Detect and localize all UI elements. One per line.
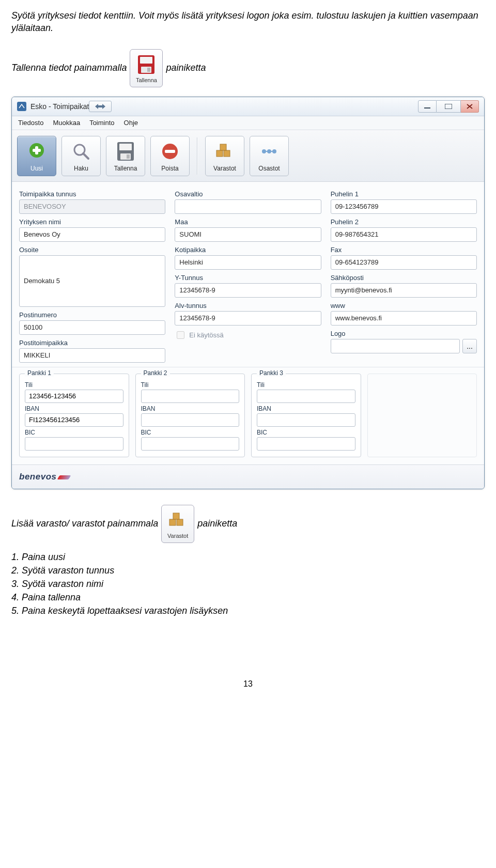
yrityksen-nimi-label: Yrityksen nimi	[19, 218, 165, 226]
haku-button[interactable]: Haku	[61, 136, 101, 176]
svg-rect-19	[224, 150, 230, 157]
step-5: 5. Paina keskeytä lopettaaksesi varastoj…	[11, 604, 485, 617]
p1-tili-input[interactable]	[25, 390, 123, 403]
maa-input[interactable]	[175, 227, 321, 242]
window-title: Esko - Toimipaikat	[30, 102, 89, 111]
postitoimipaikka-label: Postitoimipaikka	[19, 339, 165, 347]
menu-muokkaa[interactable]: Muokkaa	[53, 119, 80, 127]
sahkoposti-input[interactable]	[331, 283, 477, 298]
menu-tiedosto[interactable]: Tiedosto	[18, 119, 43, 127]
save-instruction-pre: Tallenna tiedot painammalla	[11, 63, 127, 73]
kotipaikka-input[interactable]	[175, 255, 321, 270]
svg-rect-20	[220, 144, 226, 150]
eikaytossa-label: Ei käytössä	[189, 331, 223, 339]
postinumero-input[interactable]	[19, 320, 165, 335]
svg-rect-4	[17, 102, 26, 111]
pankki1-legend: Pankki 1	[25, 369, 54, 377]
svg-rect-17	[165, 150, 175, 153]
osastot-label: Osastot	[258, 165, 280, 172]
postitoimipaikka-input[interactable]	[19, 348, 165, 363]
p2-tili-input[interactable]	[141, 390, 240, 403]
www-input[interactable]	[331, 311, 477, 326]
menu-ohje[interactable]: Ohje	[124, 119, 138, 127]
logo-field: Logo ...	[331, 330, 477, 353]
osavaltio-input[interactable]	[175, 199, 321, 214]
fax-label: Fax	[331, 246, 477, 254]
p1-iban-input[interactable]	[25, 413, 123, 427]
osavaltio-label: Osavaltio	[175, 190, 321, 198]
status-bar: benevos	[12, 464, 484, 489]
svg-rect-25	[169, 519, 176, 525]
toolbar-divider	[197, 137, 198, 175]
alvtunnus-label: Alv-tunnus	[175, 302, 321, 309]
www-field: www	[331, 302, 477, 326]
titlebar[interactable]: Esko - Toimipaikat	[12, 97, 484, 116]
svg-line-11	[83, 153, 88, 159]
svg-rect-3	[147, 68, 150, 72]
eikaytossa-checkbox	[177, 331, 184, 339]
svg-rect-27	[173, 513, 179, 519]
svg-rect-18	[216, 150, 223, 157]
save-instruction-post: painiketta	[166, 63, 206, 73]
step-2: 2. Syötä varaston tunnus	[11, 564, 485, 577]
svg-rect-9	[33, 149, 41, 152]
puhelin1-input[interactable]	[331, 199, 477, 214]
logo-input[interactable]	[331, 339, 460, 353]
pankki2-legend: Pankki 2	[141, 369, 170, 377]
pankki1-group: Pankki 1 Tili IBAN BIC	[19, 374, 129, 457]
uusi-button[interactable]: Uusi	[17, 136, 56, 176]
www-label: www	[331, 302, 477, 309]
tallenna-button[interactable]: Tallenna	[106, 136, 145, 176]
maximize-button[interactable]	[437, 100, 461, 113]
toimipaikka-tunnus-input	[19, 199, 165, 214]
puhelin2-input[interactable]	[331, 227, 477, 242]
yrityksen-nimi-input[interactable]	[19, 227, 165, 242]
fax-input[interactable]	[331, 255, 477, 270]
save-instruction: Tallenna tiedot painammalla Tallenna pai…	[11, 49, 485, 87]
logo-browse-button[interactable]: ...	[462, 339, 477, 353]
puhelin1-label: Puhelin 1	[331, 190, 477, 198]
ytunnus-input[interactable]	[175, 283, 321, 298]
osastot-button[interactable]: Osastot	[250, 136, 289, 176]
osoite-label: Osoite	[19, 246, 165, 254]
puhelin1-field: Puhelin 1	[331, 190, 477, 214]
poista-label: Poista	[161, 165, 178, 172]
p3-bic-input[interactable]	[257, 437, 355, 451]
minimize-button[interactable]	[418, 100, 437, 113]
pankki4-group-empty	[367, 374, 477, 457]
alvtunnus-field: Alv-tunnus	[175, 302, 321, 326]
poista-button[interactable]: Poista	[150, 136, 190, 176]
puhelin2-field: Puhelin 2	[331, 218, 477, 242]
delete-icon	[159, 140, 181, 163]
p3-tili-label: Tili	[257, 381, 355, 389]
osoite-field: Osoite	[19, 246, 165, 307]
steps: 1. Paina uusi 2. Syötä varaston tunnus 3…	[11, 550, 485, 617]
nav-arrows-button[interactable]	[89, 101, 112, 112]
osoite-input[interactable]	[19, 255, 165, 307]
alvtunnus-input[interactable]	[175, 311, 321, 326]
osavaltio-field: Osavaltio	[175, 190, 321, 214]
menu-toiminto[interactable]: Toiminto	[89, 119, 114, 127]
varastot-label: Varastot	[213, 165, 236, 172]
p2-iban-input[interactable]	[141, 413, 240, 427]
warehouse-icon	[213, 140, 236, 163]
p2-bic-input[interactable]	[141, 437, 240, 451]
p2-iban-label: IBAN	[141, 405, 240, 412]
form-area: Toimipaikka tunnus Yrityksen nimi Osoite…	[12, 182, 484, 367]
eikaytossa-row: Ei käytössä	[175, 330, 321, 340]
puhelin2-label: Puhelin 2	[331, 218, 477, 226]
close-button[interactable]	[461, 100, 479, 113]
p3-iban-input[interactable]	[257, 413, 355, 427]
close-icon	[467, 104, 473, 109]
app-icon	[17, 102, 26, 111]
logo-label: Logo	[331, 330, 477, 337]
osastot-icon	[258, 140, 281, 163]
sahkoposti-label: Sähköposti	[331, 274, 477, 282]
kotipaikka-label: Kotipaikka	[175, 246, 321, 254]
svg-rect-1	[140, 57, 152, 64]
postinumero-label: Postinumero	[19, 311, 165, 319]
p3-tili-input[interactable]	[257, 390, 355, 403]
varastot-button[interactable]: Varastot	[205, 136, 244, 176]
p3-iban-label: IBAN	[257, 405, 355, 412]
p1-bic-input[interactable]	[25, 437, 123, 451]
